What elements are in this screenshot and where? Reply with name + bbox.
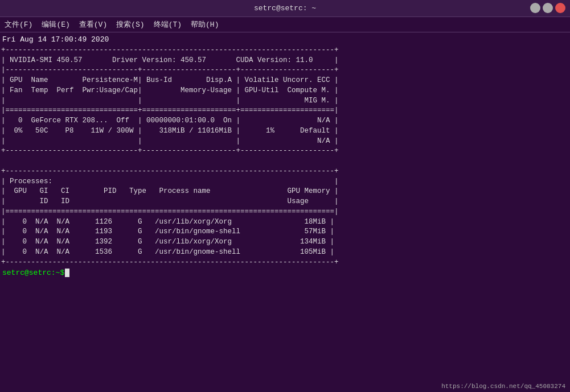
title-bar: setrc@setrc: ~: [0, 0, 570, 17]
close-button[interactable]: [555, 3, 565, 13]
menu-terminal[interactable]: 终端(T): [154, 19, 182, 30]
window-controls[interactable]: [530, 3, 565, 13]
menu-search[interactable]: 搜索(S): [116, 19, 144, 30]
maximize-button[interactable]: [543, 3, 553, 13]
cursor: [65, 269, 69, 277]
terminal: Fri Aug 14 17:00:49 2020 +--------------…: [0, 32, 570, 392]
window-title: setrc@setrc: ~: [254, 4, 316, 13]
menu-bar: 文件(F) 编辑(E) 查看(V) 搜索(S) 终端(T) 帮助(H): [0, 17, 570, 32]
menu-view[interactable]: 查看(V): [79, 19, 107, 30]
nvidia-smi-output: +---------------------------------------…: [0, 46, 570, 268]
datetime-line: Fri Aug 14 17:00:49 2020: [0, 35, 570, 46]
menu-file[interactable]: 文件(F): [5, 19, 32, 30]
prompt-text: setrc@setrc:~$: [2, 269, 64, 277]
menu-help[interactable]: 帮助(H): [191, 19, 219, 30]
watermark: https://blog.csdn.net/qq_45083274: [441, 383, 565, 390]
terminal-prompt[interactable]: setrc@setrc:~$: [0, 267, 570, 278]
minimize-button[interactable]: [530, 3, 540, 13]
menu-edit[interactable]: 编辑(E): [42, 19, 69, 30]
